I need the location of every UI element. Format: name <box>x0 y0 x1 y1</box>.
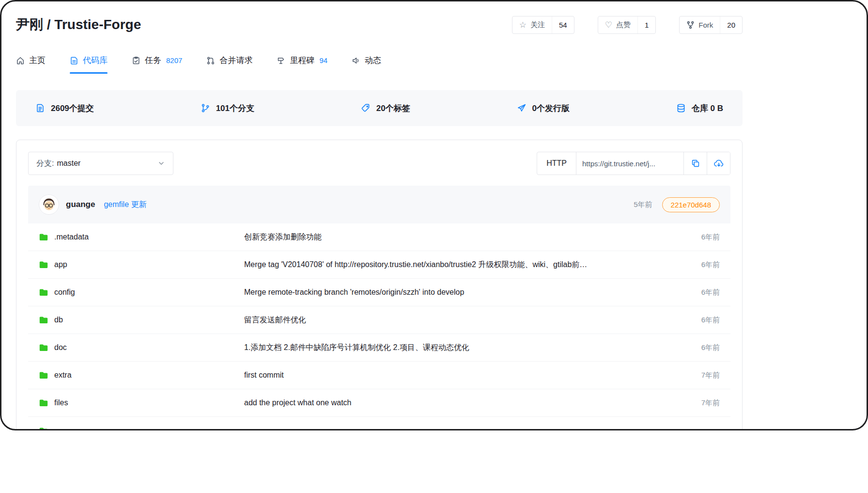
stat-commits[interactable]: 2609个提交 <box>35 103 94 114</box>
repo-browser-card: 分支: master HTTP <box>16 140 743 430</box>
file-name[interactable]: extra <box>54 371 72 380</box>
folder-icon <box>39 315 48 325</box>
milestone-icon <box>277 56 285 65</box>
copy-icon <box>691 159 700 168</box>
stat-commits-label: 2609个提交 <box>51 103 94 114</box>
browser-window: 尹刚 / Trustie-Forge ☆ 关注 54 ♡ 点赞 1 <box>0 0 868 430</box>
table-row[interactable]: config Merge remote-tracking branch 'rem… <box>28 279 730 306</box>
file-commit-message[interactable]: add the project what one watch <box>244 398 689 407</box>
repo-actions: ☆ 关注 54 ♡ 点赞 1 Fork <box>512 16 743 34</box>
branch-icon <box>201 103 210 113</box>
file-commit-time: 6年前 <box>689 343 720 352</box>
commit-author[interactable]: guange <box>66 200 95 209</box>
code-repo-icon <box>70 56 78 65</box>
branch-selector[interactable]: 分支: master <box>28 152 173 175</box>
file-commit-time: 6年前 <box>689 316 720 325</box>
table-row[interactable]: .metadata 创新竞赛添加删除功能 6年前 <box>28 223 730 251</box>
folder-icon <box>39 426 48 431</box>
watch-button-main[interactable]: ☆ 关注 <box>512 16 552 33</box>
fork-button[interactable]: Fork 20 <box>679 16 743 34</box>
table-row[interactable]: db 留言发送邮件优化 6年前 <box>28 306 730 334</box>
commit-message-link[interactable]: gemfile 更新 <box>104 200 146 210</box>
page-header: 尹刚 / Trustie-Forge ☆ 关注 54 ♡ 点赞 1 <box>16 15 743 34</box>
file-commit-message[interactable]: 1.添加文档 2.邮件中缺陷序号计算机制优化 2.项目、课程动态优化 <box>244 343 689 353</box>
file-commit-message[interactable]: Merge remote-tracking branch 'remotes/or… <box>244 288 689 297</box>
file-commit-time: 7年前 <box>689 398 720 408</box>
fork-button-main[interactable]: Fork <box>680 16 720 33</box>
tab-activity[interactable]: 动态 <box>352 55 381 74</box>
tab-tasks[interactable]: 任务 8207 <box>132 55 182 74</box>
clone-url-input[interactable] <box>576 152 683 175</box>
tab-milestones[interactable]: 里程碑 94 <box>277 55 327 74</box>
commit-time: 5年前 <box>634 200 652 209</box>
activity-icon <box>352 56 360 65</box>
table-row[interactable]: app Merge tag 'V20140708' of http://repo… <box>28 251 730 279</box>
tab-milestones-count: 94 <box>319 56 327 64</box>
folder-icon <box>39 343 48 352</box>
database-icon <box>676 103 686 113</box>
stat-tags-label: 20个标签 <box>376 103 410 114</box>
file-commit-time: 6年前 <box>689 233 720 242</box>
tab-code[interactable]: 代码库 <box>70 55 108 74</box>
stat-branches[interactable]: 101个分支 <box>201 103 254 114</box>
file-commit-message[interactable]: 留言发送邮件优化 <box>244 315 689 325</box>
folder-icon <box>39 370 48 380</box>
tab-code-label: 代码库 <box>83 55 108 66</box>
repo-toolbar: 分支: master HTTP <box>28 152 730 175</box>
praise-count[interactable]: 1 <box>637 16 655 33</box>
branch-value: master <box>57 159 80 168</box>
file-name-cell: .metadata <box>39 232 244 242</box>
stat-tags[interactable]: 20个标签 <box>361 103 410 114</box>
tab-pulls[interactable]: 合并请求 <box>206 55 252 74</box>
file-commit-message[interactable]: first commit <box>244 371 689 380</box>
file-table: .metadata 创新竞赛添加删除功能 6年前 app Merge tag '… <box>28 223 730 430</box>
cloud-download-icon <box>713 158 724 169</box>
file-name-cell: app <box>39 260 244 270</box>
folder-icon <box>39 287 48 297</box>
folder-icon <box>39 398 48 408</box>
home-icon <box>16 56 25 65</box>
tab-tasks-count: 8207 <box>166 56 182 64</box>
file-name[interactable]: doc <box>54 343 67 352</box>
file-name[interactable]: config <box>54 288 75 297</box>
folder-icon <box>39 260 48 270</box>
tab-home-label: 主页 <box>29 55 46 66</box>
stat-repo-size[interactable]: 仓库 0 B <box>676 103 723 114</box>
table-row[interactable]: extra first commit 7年前 <box>28 362 730 389</box>
page-title: 尹刚 / Trustie-Forge <box>16 16 141 34</box>
table-row-partial[interactable] <box>28 417 730 430</box>
table-row[interactable]: doc 1.添加文档 2.邮件中缺陷序号计算机制优化 2.项目、课程动态优化 6… <box>28 334 730 362</box>
release-icon <box>517 103 527 113</box>
stat-releases[interactable]: 0个发行版 <box>517 103 570 114</box>
file-commit-time: 7年前 <box>689 371 720 380</box>
fork-count[interactable]: 20 <box>720 16 742 33</box>
watch-button[interactable]: ☆ 关注 54 <box>512 16 574 34</box>
praise-button-main[interactable]: ♡ 点赞 <box>598 16 637 33</box>
repo-stats-bar: 2609个提交 101个分支 20个标签 0个发行版 仓库 0 B <box>16 90 743 126</box>
tab-home[interactable]: 主页 <box>16 55 46 74</box>
file-name-cell <box>39 426 244 431</box>
repo-page: 尹刚 / Trustie-Forge ☆ 关注 54 ♡ 点赞 1 <box>16 1 743 430</box>
watch-count[interactable]: 54 <box>552 16 574 33</box>
download-button[interactable] <box>707 152 730 175</box>
star-icon: ☆ <box>519 21 527 29</box>
file-name-cell: db <box>39 315 244 325</box>
praise-button[interactable]: ♡ 点赞 1 <box>598 16 656 34</box>
commit-sha-badge[interactable]: 221e70d648 <box>662 197 720 212</box>
file-commit-time: 6年前 <box>689 260 720 270</box>
file-name-cell: config <box>39 287 244 297</box>
file-commit-message[interactable]: Merge tag 'V20140708' of http://reposito… <box>244 260 689 270</box>
file-name[interactable]: files <box>54 398 68 407</box>
file-name[interactable]: db <box>54 316 63 324</box>
avatar[interactable] <box>39 194 59 215</box>
protocol-button[interactable]: HTTP <box>537 152 576 175</box>
file-commit-message[interactable]: 创新竞赛添加删除功能 <box>244 232 689 242</box>
heart-icon: ♡ <box>605 21 612 29</box>
copy-button[interactable] <box>683 152 707 175</box>
file-name[interactable]: .metadata <box>54 233 89 241</box>
table-row[interactable]: files add the project what one watch 7年前 <box>28 389 730 417</box>
fork-icon <box>686 21 695 29</box>
merge-request-icon <box>206 56 215 65</box>
file-name-cell: doc <box>39 343 244 352</box>
file-name[interactable]: app <box>54 260 67 269</box>
